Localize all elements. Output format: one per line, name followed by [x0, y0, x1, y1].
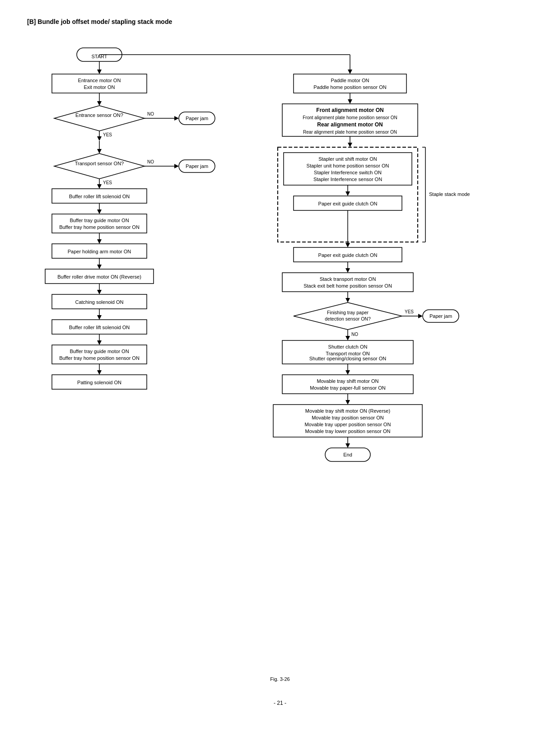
svg-marker-8 [54, 106, 145, 131]
svg-text:Paper jam: Paper jam [186, 116, 208, 121]
svg-text:Stapler unit home position sen: Stapler unit home position sensor ON [307, 163, 389, 168]
svg-text:Exit motor ON: Exit motor ON [84, 84, 115, 90]
svg-text:Buffer tray guide motor ON: Buffer tray guide motor ON [70, 218, 129, 223]
svg-marker-46 [97, 290, 102, 294]
svg-text:YES: YES [103, 180, 112, 185]
svg-rect-3 [52, 74, 147, 93]
svg-rect-55 [52, 345, 147, 364]
page-number: - 21 - [27, 700, 533, 706]
svg-marker-38 [97, 239, 102, 244]
svg-text:Paper jam: Paper jam [186, 163, 208, 169]
svg-text:Front alignment motor ON: Front alignment motor ON [316, 107, 383, 113]
svg-text:Patting solenoid ON: Patting solenoid ON [77, 380, 121, 385]
svg-text:Paper holding arm motor ON: Paper holding arm motor ON [68, 249, 131, 254]
svg-text:Front alignment plate home pos: Front alignment plate home position sens… [303, 115, 397, 120]
svg-text:Paper exit guide clutch ON: Paper exit guide clutch ON [318, 201, 378, 206]
svg-marker-108 [418, 314, 423, 318]
svg-text:Buffer roller lift solenoid ON: Buffer roller lift solenoid ON [69, 194, 130, 199]
svg-rect-34 [52, 214, 147, 233]
svg-text:Paddle home position sensor ON: Paddle home position sensor ON [313, 84, 386, 90]
svg-text:YES: YES [103, 132, 112, 137]
svg-text:Paper jam: Paper jam [429, 313, 452, 319]
svg-rect-98 [282, 273, 413, 292]
svg-text:Transport sensor ON?: Transport sensor ON? [75, 161, 124, 166]
svg-marker-50 [97, 315, 102, 320]
svg-text:Buffer roller drive motor ON (: Buffer roller drive motor ON (Reverse) [57, 274, 141, 279]
svg-text:NO: NO [351, 332, 358, 337]
svg-text:Buffer tray home position sens: Buffer tray home position sensor ON [59, 224, 140, 230]
svg-text:Finishing tray paper: Finishing tray paper [327, 310, 369, 315]
svg-text:Movable tray upper position se: Movable tray upper position sensor ON [305, 422, 391, 427]
page: [B] Bundle job offset mode/ stapling sta… [0, 0, 560, 745]
svg-text:Buffer roller lift solenoid ON: Buffer roller lift solenoid ON [69, 325, 130, 330]
svg-text:Stapler Interference sensor ON: Stapler Interference sensor ON [313, 177, 382, 182]
svg-text:Movable tray shift motor ON (R: Movable tray shift motor ON (Reverse) [305, 408, 390, 414]
svg-text:Movable tray paper-full sensor: Movable tray paper-full sensor ON [310, 385, 386, 391]
svg-marker-24 [97, 184, 102, 189]
svg-text:Entrance motor ON: Entrance motor ON [78, 78, 121, 83]
svg-marker-20 [54, 154, 145, 179]
flowchart-wrapper: START Entrance motor ON Exit motor ON En… [27, 39, 524, 672]
svg-text:detection sensor ON?: detection sensor ON? [325, 316, 371, 321]
svg-marker-89 [345, 243, 350, 247]
svg-text:Rear alignment plate home posi: Rear alignment plate home position senso… [303, 130, 397, 135]
svg-rect-62 [294, 74, 406, 93]
svg-text:Stapler unit shift motor ON: Stapler unit shift motor ON [318, 156, 377, 162]
svg-text:Movable tray shift motor ON: Movable tray shift motor ON [317, 378, 379, 384]
svg-marker-124 [345, 400, 350, 405]
svg-text:Paper exit guide clutch ON: Paper exit guide clutch ON [318, 252, 378, 258]
svg-text:Stapler Interference switch ON: Stapler Interference switch ON [314, 170, 382, 175]
svg-marker-54 [97, 340, 102, 345]
svg-marker-97 [345, 268, 350, 273]
fig-caption: Fig. 3-26 [27, 676, 533, 682]
svg-text:Movable tray lower position se: Movable tray lower position sensor ON [305, 428, 391, 434]
svg-text:YES: YES [405, 309, 414, 314]
svg-text:Buffer tray guide motor ON: Buffer tray guide motor ON [70, 349, 129, 354]
svg-text:NO: NO [147, 112, 154, 116]
svg-marker-2 [97, 70, 102, 74]
svg-rect-120 [282, 375, 413, 394]
svg-marker-85 [345, 191, 350, 196]
svg-text:Shutter clutch ON: Shutter clutch ON [328, 344, 368, 349]
svg-marker-12 [97, 136, 102, 141]
svg-text:Stack exit belt home position : Stack exit belt home position sensor ON [303, 283, 392, 289]
svg-marker-19 [97, 149, 102, 154]
svg-text:Entrance sensor ON?: Entrance sensor ON? [75, 112, 123, 118]
section-title: [B] Bundle job offset mode/ stapling sta… [27, 18, 533, 25]
svg-text:Movable tray position sensor  : Movable tray position sensor ON [312, 415, 384, 420]
svg-marker-59 [97, 370, 102, 375]
svg-text:Catching solenoid ON: Catching solenoid ON [75, 299, 123, 305]
svg-text:Rear alignment motor ON: Rear alignment motor ON [317, 121, 383, 128]
svg-marker-7 [97, 101, 102, 106]
svg-marker-33 [97, 210, 102, 214]
svg-marker-70 [348, 99, 352, 104]
svg-marker-42 [97, 265, 102, 269]
svg-text:Shutter opening/closing sensor: Shutter opening/closing sensor ON [309, 356, 387, 361]
svg-text:NO: NO [147, 159, 154, 164]
svg-text:Buffer tray home position sens: Buffer tray home position sensor ON [59, 355, 140, 361]
svg-marker-66 [348, 70, 352, 74]
svg-marker-113 [345, 336, 350, 340]
svg-marker-77 [348, 143, 352, 147]
svg-marker-131 [345, 443, 350, 448]
svg-text:Stack transport motor ON: Stack transport motor ON [320, 276, 376, 282]
svg-marker-27 [174, 164, 179, 168]
svg-text:End: End [343, 452, 352, 457]
svg-marker-119 [345, 370, 350, 375]
svg-text:Paddle motor ON: Paddle motor ON [331, 78, 369, 83]
svg-text:Staple stack mode: Staple stack mode [429, 191, 470, 197]
svg-marker-15 [174, 116, 179, 121]
svg-marker-102 [345, 298, 350, 303]
